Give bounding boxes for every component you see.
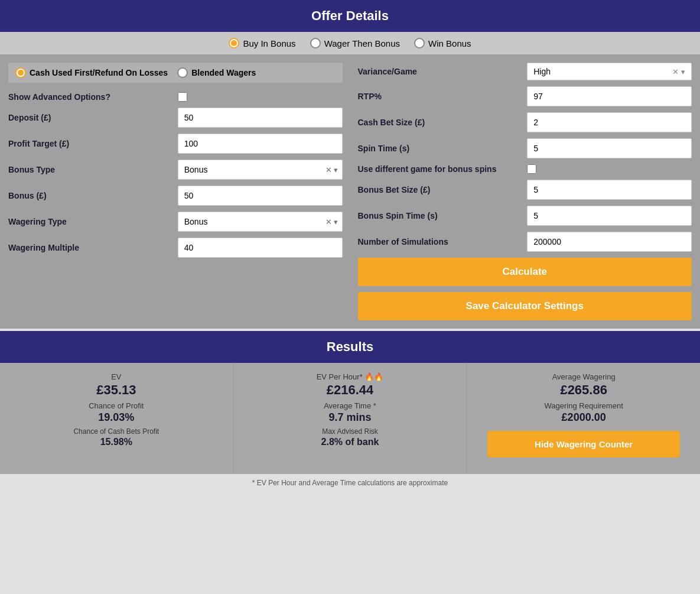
results-title: Results — [327, 339, 373, 354]
footer-note: * EV Per Hour and Average Time calculati… — [0, 474, 700, 492]
ev-label: EV — [9, 372, 223, 381]
right-panel: Variance/Game High ✕ ▾ RTP% Cash Bet Siz… — [351, 56, 699, 327]
save-settings-button[interactable]: Save Calculator Settings — [358, 292, 692, 320]
bonus-type-label: Bonus Type — [8, 165, 173, 174]
wagering-type-row: Wagering Type Bonus ✕ ▾ — [8, 212, 343, 232]
bonus-type-value: Bonus — [178, 160, 325, 179]
chance-profit-value: 19.03% — [9, 411, 223, 424]
num-simulations-row: Number of Simulations — [358, 232, 692, 252]
different-game-label: Use different game for bonus spins — [358, 164, 523, 174]
deposit-label: Deposit (£) — [8, 113, 173, 122]
wagering-type-actions: ✕ ▾ — [325, 218, 342, 226]
chance-profit-label: Chance of Profit — [9, 401, 223, 410]
wagering-req-label: Wagering Requirement — [477, 401, 691, 410]
radio-buy-in-bonus[interactable]: Buy In Bonus — [229, 38, 295, 48]
deposit-row: Deposit (£) — [8, 108, 343, 128]
rtp-row: RTP% — [358, 86, 692, 106]
wager-radio-blended — [177, 67, 188, 78]
bonus-bet-size-input[interactable] — [527, 180, 692, 200]
different-game-row: Use different game for bonus spins — [358, 164, 692, 174]
ev-cell: EV £35.13 Chance of Profit 19.03% Chance… — [0, 363, 233, 474]
results-header: Results — [0, 331, 700, 363]
main-grid: Cash Used First/Refund On Losses Blended… — [0, 54, 700, 329]
avg-wagering-value: £265.86 — [477, 382, 691, 398]
wager-cash-label: Cash Used First/Refund On Losses — [30, 68, 168, 77]
wagering-multiple-label: Wagering Multiple — [8, 243, 173, 252]
wagering-multiple-row: Wagering Multiple — [8, 238, 343, 258]
radio-win-bonus[interactable]: Win Bonus — [414, 38, 471, 48]
ev-per-hour-cell: EV Per Hour* 🔥🔥 £216.44 Average Time * 9… — [234, 363, 467, 474]
deposit-input[interactable] — [178, 108, 343, 128]
wager-type-bar: Cash Used First/Refund On Losses Blended… — [8, 63, 343, 83]
radio-label-win: Win Bonus — [428, 38, 471, 48]
radio-circle-wager — [310, 38, 321, 48]
ev-per-hour-label: EV Per Hour* 🔥🔥 — [243, 372, 457, 381]
bonus-spin-time-input[interactable] — [527, 206, 692, 226]
bonus-input[interactable] — [178, 186, 343, 206]
radio-wager-then-bonus[interactable]: Wager Then Bonus — [310, 38, 400, 48]
wagering-type-select[interactable]: Bonus ✕ ▾ — [178, 212, 343, 232]
variance-select[interactable]: High ✕ ▾ — [527, 63, 692, 80]
bonus-bet-size-label: Bonus Bet Size (£) — [358, 185, 523, 194]
bonus-label: Bonus (£) — [8, 191, 173, 200]
chance-cash-label: Chance of Cash Bets Profit — [9, 427, 223, 436]
variance-value: High — [533, 67, 672, 76]
cash-bet-size-row: Cash Bet Size (£) — [358, 112, 692, 132]
page-title: Offer Details — [311, 8, 389, 23]
bonus-type-actions: ✕ ▾ — [325, 165, 342, 174]
bonus-spin-time-row: Bonus Spin Time (s) — [358, 206, 692, 226]
avg-time-label: Average Time * — [243, 401, 457, 410]
avg-time-value: 9.7 mins — [243, 411, 457, 424]
cash-bet-size-label: Cash Bet Size (£) — [358, 118, 523, 127]
profit-target-label: Profit Target (£) — [8, 139, 173, 148]
results-grid: EV £35.13 Chance of Profit 19.03% Chance… — [0, 363, 700, 474]
spin-time-row: Spin Time (s) — [358, 138, 692, 158]
show-advanced-row: Show Advanced Options? — [8, 92, 343, 102]
spin-time-label: Spin Time (s) — [358, 144, 523, 153]
radio-circle-buy-in — [229, 38, 239, 48]
wagering-req-value: £2000.00 — [477, 411, 691, 424]
wagering-type-label: Wagering Type — [8, 217, 173, 226]
bonus-type-select[interactable]: Bonus ✕ ▾ — [178, 160, 343, 180]
radio-circle-win — [414, 38, 425, 48]
num-simulations-input[interactable] — [527, 232, 692, 252]
offer-type-bar: Buy In Bonus Wager Then Bonus Win Bonus — [0, 32, 700, 54]
calculate-button[interactable]: Calculate — [358, 258, 692, 286]
bonus-spin-time-label: Bonus Spin Time (s) — [358, 211, 523, 220]
chance-cash-value: 15.98% — [9, 437, 223, 447]
footer-text: * EV Per Hour and Average Time calculati… — [252, 479, 448, 487]
wagering-cell: Average Wagering £265.86 Wagering Requir… — [467, 363, 700, 474]
bonus-bet-size-row: Bonus Bet Size (£) — [358, 180, 692, 200]
avg-wagering-label: Average Wagering — [477, 372, 691, 381]
wagering-type-value: Bonus — [178, 212, 325, 231]
profit-target-row: Profit Target (£) — [8, 134, 343, 154]
variance-label: Variance/Game — [358, 67, 523, 76]
show-advanced-checkbox[interactable] — [178, 92, 187, 102]
variance-icons: ✕ ▾ — [672, 67, 685, 76]
num-simulations-label: Number of Simulations — [358, 237, 523, 246]
wagering-multiple-input[interactable] — [178, 238, 343, 258]
max-risk-value: 2.8% of bank — [243, 437, 457, 447]
radio-label-wager: Wager Then Bonus — [324, 38, 400, 48]
ev-per-hour-value: £216.44 — [243, 382, 457, 398]
wager-blended-label: Blended Wagers — [191, 68, 256, 77]
left-panel: Cash Used First/Refund On Losses Blended… — [1, 56, 350, 327]
variance-row: Variance/Game High ✕ ▾ — [358, 63, 692, 80]
rtp-input[interactable] — [527, 86, 692, 106]
wager-cash-first[interactable]: Cash Used First/Refund On Losses — [15, 67, 168, 78]
hide-wagering-button[interactable]: Hide Wagering Counter — [487, 431, 679, 457]
bonus-row: Bonus (£) — [8, 186, 343, 206]
radio-label-buy-in: Buy In Bonus — [243, 38, 295, 48]
show-advanced-label: Show Advanced Options? — [8, 92, 173, 102]
different-game-checkbox[interactable] — [527, 164, 536, 174]
page-header: Offer Details — [0, 0, 700, 32]
rtp-label: RTP% — [358, 92, 523, 101]
cash-bet-size-input[interactable] — [527, 112, 692, 132]
bonus-type-row: Bonus Type Bonus ✕ ▾ — [8, 160, 343, 180]
ev-value: £35.13 — [9, 382, 223, 398]
wager-radio-cash — [15, 67, 26, 78]
max-risk-label: Max Advised Risk — [243, 427, 457, 436]
spin-time-input[interactable] — [527, 138, 692, 158]
profit-target-input[interactable] — [178, 134, 343, 154]
wager-blended[interactable]: Blended Wagers — [177, 67, 256, 78]
